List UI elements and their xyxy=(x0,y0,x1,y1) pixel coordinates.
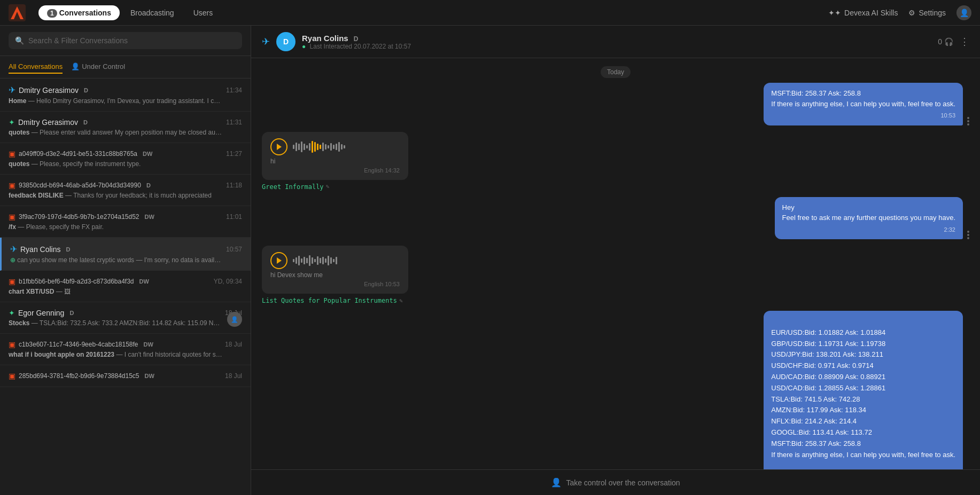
under-control-icon: 👤 xyxy=(71,62,80,70)
audio-lang: English 14:32 xyxy=(270,167,400,174)
take-control-label: Take control over the conversation xyxy=(566,478,680,487)
svg-rect-33 xyxy=(322,257,324,264)
ai-skills-button[interactable]: ✦✦ Devexa AI Skills xyxy=(828,9,898,17)
search-bar: 🔍 xyxy=(0,26,251,56)
message-text: EUR/USD:Bid: 1.01882 Ask: 1.01884GBP/USD… xyxy=(771,327,955,461)
message-actions xyxy=(967,231,969,239)
list-item[interactable]: ▣ 285bd694-3781-4fb2-b9d6-9e73884d15c5 D… xyxy=(0,365,251,387)
chat-header: ✈ D Ryan Colins D ● Last Interacted 20.0… xyxy=(251,26,980,58)
take-control-bar[interactable]: 👤 Take control over the conversation xyxy=(251,469,980,495)
headphone-icon: 🎧 xyxy=(944,37,953,46)
audio-play-button[interactable] xyxy=(270,138,287,155)
edit-icon[interactable]: ✎ xyxy=(326,183,330,190)
chat-name: Ryan Colins D xyxy=(302,34,931,43)
svg-rect-4 xyxy=(298,144,300,150)
svg-rect-3 xyxy=(295,143,297,151)
chat-header-right: 0 🎧 ⋮ xyxy=(938,36,969,48)
svg-rect-32 xyxy=(320,258,321,263)
message-actions xyxy=(967,117,969,125)
svg-rect-17 xyxy=(333,145,335,149)
list-item[interactable]: ▣ a049ff09-d3e2-4d91-be51-331c88b8765a D… xyxy=(0,143,251,175)
multi-icon: ✦ xyxy=(9,118,15,127)
list-item[interactable]: ✦ Dmitry Gerasimov D 11:31 quotes — Plea… xyxy=(0,112,251,143)
audio-waveform xyxy=(293,252,400,269)
svg-rect-9 xyxy=(312,141,313,153)
search-input[interactable] xyxy=(28,36,236,45)
svg-rect-35 xyxy=(328,256,329,265)
svg-rect-24 xyxy=(298,256,300,265)
svg-rect-19 xyxy=(338,142,340,152)
tab-broadcasting[interactable]: Broadcasting xyxy=(122,5,183,20)
more-icon: ⋮ xyxy=(960,36,969,48)
tab-users[interactable]: Users xyxy=(185,5,222,20)
svg-rect-36 xyxy=(330,257,332,264)
chat-header-info: Ryan Colins D ● Last Interacted 20.07.20… xyxy=(302,34,931,50)
audio-bubble: hi English 14:32 xyxy=(262,132,408,180)
conversations-badge: 1 xyxy=(47,9,57,18)
list-item[interactable]: ▣ 93850cdd-b694-46ab-a5d4-7b04d3d34990 D… xyxy=(0,175,251,206)
settings-button[interactable]: ⚙ Settings xyxy=(908,9,946,17)
message-bubble: MSFT:Bid: 258.37 Ask: 258.8If there is a… xyxy=(764,83,963,125)
devexa-icon: ▣ xyxy=(9,181,15,190)
message-text: HeyFeel free to ask me any further quest… xyxy=(782,202,955,223)
chat-messages: Today MSFT:Bid: 258.37 Ask: 258.8If ther… xyxy=(251,58,980,469)
conversation-list: ✈ Dmitry Gerasimov D 11:34 Home — Hello … xyxy=(0,78,251,495)
svg-rect-30 xyxy=(314,259,316,262)
list-item[interactable]: ✈ Dmitry Gerasimov D 11:34 Home — Hello … xyxy=(0,78,251,112)
tab-conversations[interactable]: 1Conversations xyxy=(38,5,120,20)
audio-transcript: hi xyxy=(270,158,400,165)
svg-rect-5 xyxy=(301,142,302,152)
svg-rect-29 xyxy=(312,257,313,264)
main-layout: 🔍 All Conversations 👤 Under Control ✈ Dm… xyxy=(0,26,980,495)
logo xyxy=(9,4,26,21)
list-item[interactable]: ▣ 3f9ac709-197d-4db5-9b7b-1e2704a15d52 D… xyxy=(0,206,251,238)
devexa-icon: ▣ xyxy=(9,372,15,380)
svg-rect-23 xyxy=(295,257,297,264)
message-bubble: HeyFeel free to ask me any further quest… xyxy=(775,197,963,240)
filter-tab-all[interactable]: All Conversations xyxy=(9,60,63,74)
take-control-icon: 👤 xyxy=(551,477,562,488)
svg-rect-8 xyxy=(309,143,310,151)
list-item[interactable]: ✦ Egor Genning D 18 Jul Stocks — TSLA:Bi… xyxy=(0,302,251,334)
channel-telegram-icon: ✈ xyxy=(262,36,270,48)
more-options-button[interactable]: ⋮ xyxy=(960,36,969,48)
multi-icon: ✦ xyxy=(9,309,15,317)
nav-tabs: 1Conversations Broadcasting Users xyxy=(38,5,221,20)
list-item[interactable]: ✈ Ryan Colins D 10:57 ⊕ can you show me … xyxy=(0,238,251,271)
svg-rect-11 xyxy=(317,144,318,150)
user-icon: 👤 xyxy=(956,5,971,20)
list-item[interactable]: ▣ c1b3e607-11c7-4346-9eeb-4cabc18158fe D… xyxy=(0,334,251,365)
svg-rect-22 xyxy=(293,259,294,262)
filter-tab-control[interactable]: 👤 Under Control xyxy=(71,60,125,74)
svg-rect-12 xyxy=(320,145,321,149)
date-divider: Today xyxy=(262,67,969,76)
devexa-icon: ▣ xyxy=(9,340,15,349)
profile-button[interactable]: 👤 xyxy=(956,5,971,20)
audio-play-button[interactable] xyxy=(270,252,287,269)
audio-bubble: hi Devex show me English 10:53 xyxy=(262,246,408,294)
telegram-icon: ✈ xyxy=(10,244,17,254)
svg-rect-25 xyxy=(301,258,302,263)
devexa-icon: ▣ xyxy=(9,277,15,286)
intent-label: Greet Informally ✎ xyxy=(262,183,408,191)
message-row: HeyFeel free to ask me any further quest… xyxy=(262,197,969,240)
audio-transcript: hi Devex show me xyxy=(270,271,400,279)
audio-lang: English 10:53 xyxy=(270,281,400,287)
svg-rect-7 xyxy=(306,145,308,148)
message-text: MSFT:Bid: 258.37 Ask: 258.8If there is a… xyxy=(771,88,955,109)
search-input-wrap[interactable]: 🔍 xyxy=(9,32,242,49)
filter-tabs: All Conversations 👤 Under Control xyxy=(0,56,251,78)
left-panel: 🔍 All Conversations 👤 Under Control ✈ Dm… xyxy=(0,26,251,495)
svg-rect-15 xyxy=(328,145,329,148)
svg-rect-14 xyxy=(325,144,326,150)
edit-icon[interactable]: ✎ xyxy=(399,297,403,304)
svg-rect-2 xyxy=(293,145,294,149)
search-icon: 🔍 xyxy=(15,36,24,45)
list-item[interactable]: ▣ b1fbb5b6-bef6-4bf9-a2d3-c873d6ba4f3d D… xyxy=(0,271,251,302)
count-button[interactable]: 0 🎧 xyxy=(938,37,953,46)
chat-last-interacted: ● Last Interacted 20.07.2022 at 10:57 xyxy=(302,43,931,50)
top-nav: 1Conversations Broadcasting Users ✦✦ Dev… xyxy=(0,0,980,26)
svg-rect-6 xyxy=(304,144,305,150)
svg-rect-21 xyxy=(344,145,345,148)
sparkle-icon: ✦✦ xyxy=(828,9,841,17)
